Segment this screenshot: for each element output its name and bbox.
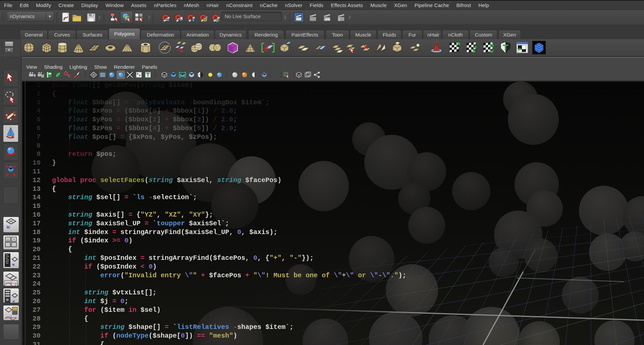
- svg-text:IPR: IPR: [325, 18, 330, 21]
